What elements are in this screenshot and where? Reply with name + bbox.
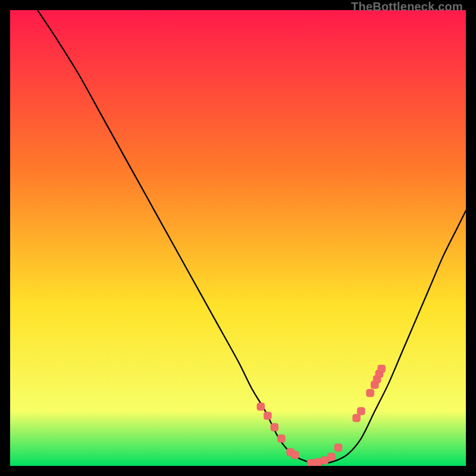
marker-point bbox=[357, 408, 365, 415]
marker-point bbox=[257, 403, 265, 411]
marker-point bbox=[277, 435, 285, 443]
marker-point bbox=[307, 459, 315, 466]
marker-point bbox=[271, 423, 278, 431]
marker-point bbox=[353, 414, 361, 422]
marker-point bbox=[334, 444, 342, 452]
marker-point bbox=[378, 365, 386, 372]
marker-point bbox=[264, 412, 271, 419]
chart-svg bbox=[10, 10, 466, 466]
chart-canvas bbox=[10, 10, 466, 466]
marker-point bbox=[367, 389, 374, 397]
watermark-text: TheBottleneck.com bbox=[351, 0, 463, 14]
marker-point bbox=[291, 451, 299, 459]
marker-point bbox=[314, 458, 322, 466]
marker-point bbox=[328, 453, 336, 461]
gradient-background bbox=[10, 10, 466, 466]
marker-point bbox=[321, 456, 328, 464]
